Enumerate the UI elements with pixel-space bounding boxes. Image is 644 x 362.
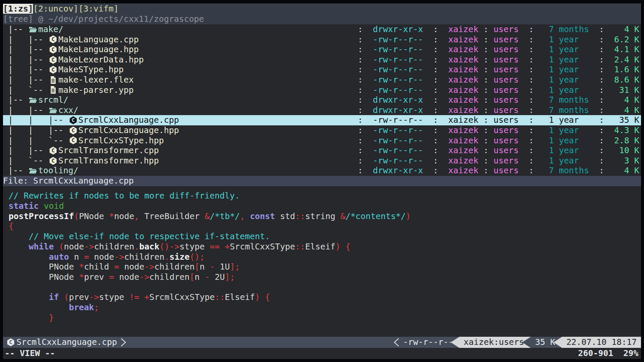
file-attributes: : -rw-r--r-- : xaizek : users : 1 year :… [358, 115, 639, 125]
file-owner: xaizek [448, 115, 478, 125]
file-owner: xaizek [448, 75, 478, 85]
code-line: while (node->children.back()->stype == +… [9, 242, 641, 252]
file-owner: xaizek [448, 45, 478, 54]
file-permissions: -rw-r--r-- [373, 75, 423, 85]
file-permissions: -rw-r--r-- [373, 35, 423, 45]
file-owner: xaizek [448, 136, 478, 145]
cpp-icon: C [69, 116, 78, 125]
file-name: MakeLexerData.hpp [58, 55, 144, 65]
tree-branch: | |-- [3, 35, 48, 45]
cpp-icon: C [48, 65, 58, 74]
file-permissions: -rw-r--r-- [373, 85, 423, 95]
file-age: 1 year [549, 145, 599, 155]
file-group: users [494, 75, 519, 85]
tmux-status-bar: [1:zs][2:uncov][3:vifm] [3, 3, 641, 14]
file-row-SrcmlCxxLanguage-cpp[interactable]: | | |-- C SrcmlCxxLanguage.cpp: -rw-r--r… [3, 115, 641, 125]
file-owner: xaizek [448, 105, 478, 115]
tmux-window--3-vifm-[interactable]: [3:vifm] [78, 4, 119, 14]
file-row-make-[interactable]: |-- make/: drwxr-xr-x : xaizek : users :… [3, 24, 641, 35]
line-range: 260-901 [578, 348, 613, 359]
file-attributes: : drwxr-xr-x : xaizek : users : 7 months… [358, 105, 639, 116]
file-size: 10 K [614, 145, 639, 155]
file-row-srcml-[interactable]: |-- srcml/: drwxr-xr-x : xaizek : users … [3, 95, 641, 105]
file-attributes: : -rw-r--r-- : xaizek : users : 1 year :… [358, 45, 639, 55]
file-row-cxx-[interactable]: | |-- cxx/: drwxr-xr-x : xaizek : users … [3, 105, 641, 116]
file-tree-pane: |-- make/: drwxr-xr-x : xaizek : users :… [3, 24, 641, 176]
file-name: srcml/ [38, 95, 68, 105]
cpp-icon: C [48, 56, 58, 64]
tree-branch: |-- [3, 95, 28, 105]
file-size: 35 K [614, 115, 639, 125]
svg-text:C: C [52, 157, 55, 164]
statusbar-filename: SrcmlCxxLanguage.cpp [16, 337, 117, 347]
file-group: users [494, 65, 519, 74]
file-permissions: -rw-r--r-- [373, 55, 423, 65]
svg-text:C: C [52, 147, 55, 154]
file-row-SrcmlTransformer-hpp[interactable]: | `-- C SrcmlTransformer.hpp: -rw-r--r--… [3, 156, 641, 166]
cpp-icon: C [48, 35, 58, 44]
file-age: 7 months [549, 24, 599, 34]
file-preview-pane[interactable]: // Rewrites if nodes to be more diff-fri… [3, 186, 641, 337]
file-name: make/ [38, 24, 63, 35]
file-age: 1 year [549, 156, 599, 166]
cpp-icon: C [6, 338, 15, 347]
tree-branch: | |-- [3, 145, 48, 156]
code-line: { [9, 221, 641, 231]
folder-icon [28, 96, 38, 104]
tree-branch: | |-- [3, 45, 48, 55]
svg-text:C: C [52, 36, 55, 43]
file-row-make-parser-ypp[interactable]: | `-- make-parser.ypp: -rw-r--r-- : xaiz… [3, 85, 641, 95]
file-row-MakeSType-hpp[interactable]: | |-- C MakeSType.hpp: -rw-r--r-- : xaiz… [3, 65, 641, 75]
file-name: SrcmlCxxLanguage.hpp [78, 125, 179, 136]
tmux-window--1-zs-[interactable]: [1:zs] [3, 4, 33, 14]
file-row-tooling-[interactable]: |-- tooling/: drwxr-xr-x : xaizek : user… [3, 166, 641, 176]
file-row-SrcmlCxxLanguage-hpp[interactable]: | | |-- C SrcmlCxxLanguage.hpp: -rw-r--r… [3, 125, 641, 136]
file-size: 4 K [614, 166, 639, 175]
file-name: tooling/ [38, 166, 78, 176]
tmux-window--2-uncov-[interactable]: [2:uncov] [33, 4, 78, 14]
file-group: users [494, 166, 519, 175]
tree-branch: |-- [3, 166, 28, 176]
file-row-SrcmlCxxSType-hpp[interactable]: | | `-- C SrcmlCxxSType.hpp: -rw-r--r-- … [3, 136, 641, 146]
file-size: 31 K [614, 85, 639, 95]
file-attributes: : -rw-r--r-- : xaizek : users : 1 year :… [358, 55, 639, 65]
code-line: break; [9, 303, 641, 313]
file-age: 7 months [549, 105, 599, 115]
file-size: 4 K [614, 105, 639, 115]
file-age: 7 months [549, 95, 599, 105]
tree-branch: |-- [3, 24, 28, 35]
folder-icon [48, 106, 58, 115]
file-name: MakeSType.hpp [58, 65, 124, 75]
file-row-MakeLanguage-hpp[interactable]: | |-- C MakeLanguage.hpp: -rw-r--r-- : x… [3, 45, 641, 55]
cpp-icon: C [48, 157, 58, 165]
file-row-make-lexer-flex[interactable]: | |-- make-lexer.flex: -rw-r--r-- : xaiz… [3, 75, 641, 85]
chevron-right-icon [117, 338, 130, 347]
file-row-MakeLexerData-hpp[interactable]: | |-- C MakeLexerData.hpp: -rw-r--r-- : … [3, 55, 641, 65]
file-row-SrcmlTransformer-cpp[interactable]: | |-- C SrcmlTransformer.cpp: -rw-r--r--… [3, 145, 641, 156]
file-permissions: -rw-r--r-- [373, 136, 423, 145]
file-name: SrcmlCxxLanguage.cpp [78, 115, 179, 125]
statusbar-modified: 22.07.10 18:17 [554, 337, 641, 348]
file-group: users [494, 145, 519, 155]
file-attributes: : -rw-r--r-- : xaizek : users : 1 year :… [358, 65, 639, 75]
file-owner: xaizek [448, 85, 478, 95]
statusbar-file-segment: C SrcmlCxxLanguage.cpp [3, 337, 130, 348]
file-age: 1 year [549, 65, 599, 74]
file-age: 1 year [549, 136, 599, 145]
file-row-MakeLanguage-cpp[interactable]: | |-- C MakeLanguage.cpp: -rw-r--r-- : x… [3, 35, 641, 45]
scroll-percent: 29% [623, 348, 638, 359]
file-permissions: drwxr-xr-x [373, 166, 423, 175]
file-name: MakeLanguage.cpp [58, 35, 139, 45]
file-attributes: : drwxr-xr-x : xaizek : users : 7 months… [358, 95, 639, 105]
file-name: make-lexer.flex [58, 75, 134, 85]
file-group: users [494, 45, 519, 54]
tree-branch: | |-- [3, 65, 48, 75]
folder-icon [28, 166, 38, 175]
file-group: users [494, 85, 519, 95]
svg-text:C: C [72, 117, 75, 124]
terminal-window: [1:zs][2:uncov][3:vifm] [tree] @ ~/dev/p… [3, 3, 641, 359]
svg-text:C: C [52, 56, 55, 63]
file-owner: xaizek [448, 125, 478, 135]
tree-branch: | |-- [3, 75, 48, 85]
vifm-path-line: [tree] @ ~/dev/projects/cxx11/zograscope [3, 14, 641, 24]
